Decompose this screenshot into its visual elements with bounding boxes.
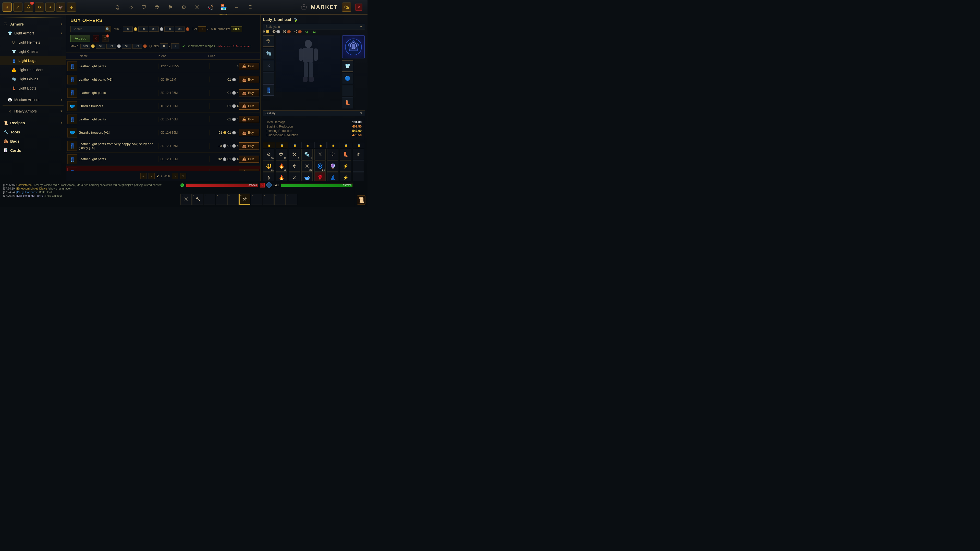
inv-cell[interactable]: ⚒2: [289, 149, 300, 160]
sidebar-item-heavy-armors[interactable]: ⚔ Heavy Armors ▼: [0, 106, 66, 116]
inv-cell[interactable]: 👗: [327, 172, 339, 181]
buy-button[interactable]: 👜 Buy: [239, 76, 259, 83]
hotbar-slot-5[interactable]: 5: [228, 194, 239, 205]
inv-cell[interactable]: 🗡1: [263, 172, 274, 181]
center-e-btn[interactable]: E: [245, 2, 255, 12]
table-row[interactable]: 👖 Leather light pants 4D 12H 35M 1 11 01…: [66, 166, 260, 171]
inv-lock-5[interactable]: 🔒: [314, 142, 327, 148]
center-diamond-btn[interactable]: ◇: [126, 2, 136, 12]
hotbar-slot-2[interactable]: 2⛏: [192, 194, 204, 205]
hotbar-slot-3[interactable]: 3: [204, 194, 215, 205]
sidebar-item-light-helmets[interactable]: ⛑ Light Helmets: [0, 38, 66, 47]
min-copper2-input[interactable]: [175, 27, 185, 32]
equip-slot-weapon[interactable]: ⚔: [263, 60, 274, 71]
help-button[interactable]: ?: [301, 4, 307, 10]
min-gold-input[interactable]: [123, 27, 133, 32]
inv-cell[interactable]: 🗡: [289, 160, 300, 171]
center-shield-btn[interactable]: 🛡: [139, 2, 149, 12]
sidebar-item-tools[interactable]: 🔧 Tools: [0, 127, 66, 137]
inv-lock-6[interactable]: 🔒: [327, 142, 339, 148]
inv-cell[interactable]: ⚔21: [301, 160, 313, 171]
buy-button[interactable]: 👜 Buy: [239, 89, 259, 97]
search-button[interactable]: 🔍: [105, 26, 111, 32]
accept-button[interactable]: Accept: [70, 35, 90, 42]
inv-lock-1[interactable]: 🔓: [263, 142, 275, 148]
shield-nav-icon[interactable]: 🛡 50: [24, 3, 33, 12]
center-arrows-btn[interactable]: ↔: [232, 2, 242, 12]
center-market-btn[interactable]: 🏪 VISITING: [218, 2, 229, 12]
inv-cell[interactable]: 🔱81: [263, 160, 274, 171]
inv-lock-7[interactable]: 🔒: [340, 142, 352, 148]
equip-slot-ring1[interactable]: [263, 72, 274, 83]
buy-button[interactable]: 👜 Buy: [239, 63, 259, 70]
table-row[interactable]: 👖 Leather light pants 0D 15H 46M 01 40 👜…: [66, 113, 260, 126]
bird-nav-icon[interactable]: 🦅: [56, 3, 65, 12]
sidebar-item-light-gloves[interactable]: 🧤 Light Gloves: [0, 75, 66, 84]
hotbar-slot-7[interactable]: 7: [251, 194, 262, 205]
inv-cell[interactable]: 👢: [340, 149, 351, 160]
sidebar-item-light-armors[interactable]: 👕 Light Armors ▲: [0, 29, 66, 38]
sidebar-item-cards[interactable]: 🃏 Cards: [0, 146, 66, 155]
sidebar-item-light-shoulders[interactable]: 🦺 Light Shoulders: [0, 65, 66, 75]
max-gold-input[interactable]: [80, 44, 90, 49]
market-bag-icon[interactable]: 🛍: [342, 3, 351, 12]
scroll-icon[interactable]: 📜: [357, 195, 366, 205]
inv-cell[interactable]: ⚡1: [340, 172, 351, 181]
quality-from-input[interactable]: [160, 43, 168, 49]
buy-button[interactable]: 👜 Buy: [239, 129, 259, 136]
inv-cell[interactable]: [353, 172, 364, 181]
inv-cell[interactable]: 🔥25: [276, 160, 287, 171]
settings-button[interactable]: ⚙ 2: [102, 35, 108, 42]
equip-slot-head[interactable]: ⛑: [263, 35, 274, 47]
center-q-btn[interactable]: Q: [112, 2, 123, 12]
max-silver1-input[interactable]: [96, 44, 105, 49]
max-copper1-input[interactable]: [122, 44, 131, 49]
center-flag-btn[interactable]: ⚑: [165, 2, 176, 12]
hotbar-slot-9[interactable]: 9: [274, 194, 286, 205]
inv-cell[interactable]: 🌹: [314, 172, 326, 181]
inv-cell[interactable]: 🔥: [276, 172, 287, 181]
table-row[interactable]: 🩲 Guard's trousers 1D 12H 35M 01 40 👜 Bu…: [66, 100, 260, 113]
hotbar-slot-0[interactable]: 0: [286, 194, 298, 205]
sidebar-item-recipes[interactable]: 📜 Recipes ▼: [0, 118, 66, 127]
window-close-button[interactable]: ✕: [355, 3, 363, 11]
inv-cell[interactable]: 🔩1: [301, 149, 313, 160]
inv-cell[interactable]: 🗡: [353, 149, 364, 160]
hotbar-slot-4[interactable]: 4: [216, 194, 227, 205]
hotbar-slot-1[interactable]: 1⚔: [180, 194, 192, 205]
inv-cell[interactable]: 🛡: [327, 149, 339, 160]
min-silver2-input[interactable]: [149, 27, 159, 32]
min-copper1-input[interactable]: [164, 27, 174, 32]
tier-input[interactable]: [198, 26, 206, 32]
max-silver2-input[interactable]: [107, 44, 116, 49]
equip-slot-offhand[interactable]: 🔵: [342, 73, 353, 84]
sidebar-item-medium-armors[interactable]: 🥋 Medium Armors ▼: [0, 95, 66, 104]
inv-cell[interactable]: ⚙18: [263, 149, 274, 160]
inv-lock-4[interactable]: 🔒: [301, 142, 313, 148]
equip-slot-chest[interactable]: 👕: [342, 60, 353, 72]
inv-cell[interactable]: ⚡: [340, 160, 351, 171]
inv-lock-2[interactable]: 🔓: [276, 142, 288, 148]
durability-input[interactable]: [231, 26, 242, 32]
table-row[interactable]: 👖 Leather light pants [+1] 0D 8H 11M 01 …: [66, 73, 260, 86]
sidebar-item-light-legs[interactable]: 👖 Light Legs: [0, 56, 66, 65]
center-swords-btn[interactable]: ⚔: [192, 2, 202, 12]
table-row[interactable]: 👖 Leather light pants from very happy co…: [66, 139, 260, 152]
min-silver1-input[interactable]: [138, 27, 148, 32]
inv-lock-8[interactable]: 🔒: [353, 142, 365, 148]
inv-cell[interactable]: ⚔: [289, 172, 300, 181]
buy-button[interactable]: 👜 Buy: [239, 156, 259, 163]
center-gear-btn[interactable]: ⚙: [179, 2, 189, 12]
sidebar-item-armors[interactable]: 🛡 Armors ▲: [0, 19, 66, 29]
quality-to-input[interactable]: [171, 43, 180, 49]
table-row[interactable]: 🩲 Guard's trousers [+1] 0D 12H 35M 01 01…: [66, 126, 260, 139]
emblem-nav-icon[interactable]: ⚜: [3, 3, 12, 12]
guild-dropdown[interactable]: Gildijny ▼: [263, 110, 365, 116]
known-recipes-toggle[interactable]: ✓ Show known recipes: [182, 44, 215, 49]
equip-slot-legs[interactable]: 👖: [263, 84, 274, 96]
title-dropdown[interactable]: Brak tytułu ▼: [263, 24, 365, 30]
inv-cell[interactable]: 🌀26: [314, 160, 326, 171]
equip-slot-ring2[interactable]: [342, 85, 353, 96]
arrow-nav-icon[interactable]: ↺: [35, 3, 44, 12]
inv-cell[interactable]: ⚔: [314, 149, 326, 160]
